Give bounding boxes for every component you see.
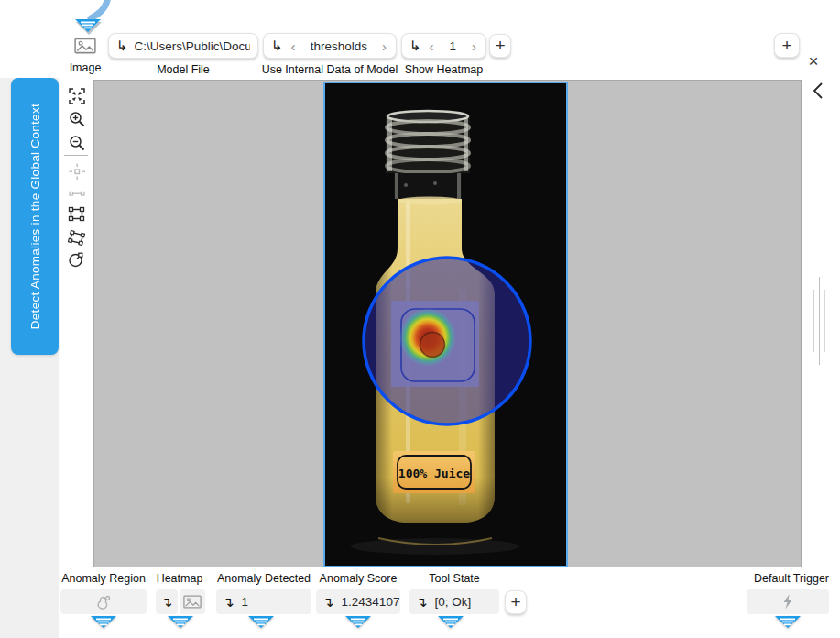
draw-line-button[interactable]	[67, 183, 86, 203]
move-point-button[interactable]	[67, 161, 86, 181]
model-file-label: Model File	[108, 63, 258, 76]
image-icon	[183, 595, 202, 609]
expand-panel-button[interactable]	[808, 81, 828, 101]
tool-title: Detect Anomalies in the Global Context	[28, 104, 42, 329]
chevron-left-icon	[812, 82, 824, 100]
prev-value-button[interactable]: ‹	[428, 39, 436, 53]
use-internal-data-value[interactable]: thresholds	[298, 39, 380, 53]
anomaly-detected-field[interactable]: ↴ 1	[216, 589, 311, 614]
image-icon	[74, 38, 96, 54]
zoom-out-icon	[69, 135, 85, 151]
inspection-image: 100% Juice	[323, 82, 568, 567]
branch-out-icon: ↴	[416, 594, 428, 610]
bottle-photo: 100% Juice	[325, 83, 566, 566]
branch-out-icon: ↴	[223, 594, 235, 610]
lightning-icon	[781, 594, 794, 610]
move-point-icon	[69, 163, 85, 180]
add-parameter-button[interactable]: +	[774, 33, 800, 58]
anomaly-score-label: Anomaly Score	[311, 572, 405, 585]
splitter-handle[interactable]	[813, 290, 814, 352]
next-value-button[interactable]: ›	[470, 39, 478, 53]
default-trigger-port[interactable]	[775, 616, 801, 632]
fit-to-view-icon	[69, 88, 85, 104]
show-heatmap-value[interactable]: 1	[436, 39, 470, 53]
zoom-out-button[interactable]	[67, 133, 86, 152]
rotated-rectangle-roi-icon	[68, 229, 85, 247]
model-file-value[interactable]: C:\Users\Public\Docun	[135, 39, 250, 53]
show-heatmap-label: Show Heatmap	[401, 63, 486, 76]
line-roi-icon	[69, 185, 85, 202]
add-input-button[interactable]: +	[489, 34, 511, 58]
show-heatmap-field[interactable]: ↳ ‹ 1 ›	[401, 33, 486, 59]
draw-rotated-rectangle-button[interactable]	[67, 228, 86, 248]
add-output-button[interactable]: +	[505, 590, 527, 614]
branch-arrow-icon: ↳	[116, 38, 128, 54]
anomaly-detected-label: Anomaly Detected	[211, 572, 317, 585]
fit-to-view-button[interactable]	[67, 86, 86, 105]
anomaly-region-port[interactable]	[91, 616, 116, 632]
tool-state-label: Tool State	[409, 572, 499, 585]
bottle-label-text: 100% Juice	[398, 467, 470, 480]
rectangle-roi-icon	[68, 205, 85, 223]
use-internal-data-field[interactable]: ↳ ‹ thresholds ›	[263, 33, 397, 59]
heatmap-label: Heatmap	[152, 572, 207, 585]
next-value-button[interactable]: ›	[380, 39, 388, 53]
use-internal-data-label: Use Internal Data of Model	[249, 63, 410, 76]
close-tool-button[interactable]: ×	[802, 50, 824, 72]
branch-arrow-icon: ↳	[271, 38, 283, 54]
branch-arrow-icon: ↳	[409, 38, 421, 54]
bottle-label: 100% Juice	[393, 451, 475, 493]
anomaly-region-label: Anomaly Region	[55, 572, 152, 585]
anomaly-core	[420, 333, 445, 358]
splitter-handle[interactable]	[824, 290, 825, 352]
tool-state-port[interactable]	[438, 616, 464, 632]
prev-value-button[interactable]: ‹	[289, 39, 298, 53]
heatmap-port[interactable]	[168, 616, 193, 632]
branch-out-icon: ↴	[322, 594, 334, 610]
zoom-in-button[interactable]	[67, 109, 86, 128]
anomaly-region-field[interactable]	[60, 589, 147, 614]
tool-state-field[interactable]: ↴ [0; Ok]	[409, 589, 499, 614]
image-input-label: Image	[62, 61, 108, 74]
anomaly-score-port[interactable]	[345, 616, 371, 632]
anomaly-score-value: 1.2434107	[342, 595, 400, 609]
heatmap-field[interactable]	[180, 589, 205, 614]
default-trigger-label: Default Trigger	[732, 572, 829, 585]
image-input-slot[interactable]	[71, 33, 99, 58]
tool-tab[interactable]: Detect Anomalies in the Global Context	[11, 78, 59, 355]
tool-state-value: [0; Ok]	[435, 595, 472, 609]
anomaly-score-field[interactable]: ↴ 1.2434107	[316, 589, 400, 614]
zoom-in-icon	[69, 111, 85, 127]
draw-rectangle-button[interactable]	[67, 204, 86, 224]
default-trigger-field[interactable]	[747, 589, 829, 614]
model-file-field[interactable]: ↳ C:\Users\Public\Docun	[108, 33, 258, 59]
splitter-handle[interactable]	[819, 277, 820, 365]
branch-out-icon: ↴	[161, 594, 173, 610]
heatmap-branch-field[interactable]: ↴	[156, 589, 178, 614]
toolbar-divider	[64, 155, 88, 156]
region-icon	[95, 594, 112, 610]
anomaly-detected-port[interactable]	[248, 616, 274, 632]
circle-roi-icon	[68, 251, 85, 269]
tool-window: Detect Anomalies in the Global Context I…	[0, 0, 840, 638]
draw-circle-button[interactable]	[67, 250, 86, 270]
anomaly-detected-value: 1	[242, 595, 249, 609]
